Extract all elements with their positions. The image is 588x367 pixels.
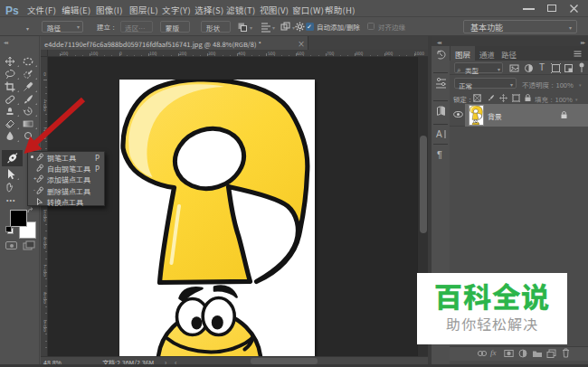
svg-text:A: A xyxy=(436,129,442,139)
svg-text:¶: ¶ xyxy=(437,149,442,160)
